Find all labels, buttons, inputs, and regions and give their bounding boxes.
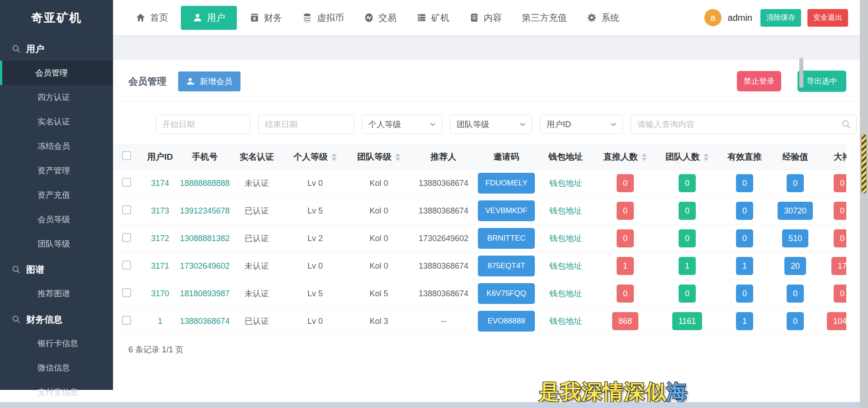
- sidebar-item[interactable]: 资产充值: [0, 183, 113, 207]
- referrer: 13880368674: [411, 280, 476, 308]
- referrer: 13880368674: [411, 170, 476, 197]
- phone-link[interactable]: 17302649602: [180, 261, 230, 270]
- phone-link[interactable]: 13880368674: [180, 317, 230, 326]
- add-member-button[interactable]: 新增会员: [178, 71, 241, 91]
- exp-cell: 20: [784, 257, 806, 275]
- end-date-input[interactable]: [258, 115, 354, 134]
- wallet-link[interactable]: 钱包地址: [549, 317, 582, 326]
- invite-code-button[interactable]: 875EQT4T: [478, 256, 535, 276]
- row-checkbox[interactable]: [122, 288, 131, 297]
- sidebar-item[interactable]: 会员等级: [0, 207, 113, 232]
- bottom-edge-bar: [0, 402, 868, 408]
- panel-scrollbar-thumb[interactable]: [799, 58, 803, 88]
- sidebar-item[interactable]: 实名认证: [0, 109, 113, 134]
- row-checkbox[interactable]: [122, 178, 131, 187]
- exp-cell: 0: [787, 312, 804, 330]
- search-icon[interactable]: [841, 119, 851, 129]
- invite-code-button[interactable]: VEVBMKDF: [478, 200, 535, 221]
- select-all-checkbox[interactable]: [122, 151, 131, 160]
- sidebar-item[interactable]: 支付宝信息: [0, 380, 113, 404]
- invite-code-button[interactable]: EVO88888: [478, 311, 535, 332]
- home-icon: [136, 13, 146, 23]
- sidebar-item[interactable]: 团队等级: [0, 232, 113, 256]
- sidebar-item[interactable]: 资产管理: [0, 158, 113, 183]
- window-scrollbar[interactable]: [860, 0, 868, 408]
- start-date-input[interactable]: [156, 115, 250, 134]
- sidebar-item[interactable]: 四方认证: [0, 85, 113, 109]
- nav-item[interactable]: 用户: [181, 6, 237, 30]
- nav-item[interactable]: 矿机: [409, 6, 457, 29]
- user-id-select[interactable]: 用户ID: [540, 115, 623, 134]
- row-checkbox[interactable]: [122, 233, 131, 242]
- wallet-link[interactable]: 钱包地址: [549, 234, 582, 243]
- nav-item[interactable]: 系统: [580, 6, 627, 29]
- invite-code-button[interactable]: FDUOMELY: [478, 173, 535, 194]
- valid-direct-cell: 1: [736, 257, 753, 275]
- wallet-link[interactable]: 钱包地址: [549, 261, 582, 270]
- wallet-link[interactable]: 钱包地址: [549, 206, 582, 215]
- phone-link[interactable]: 18180893987: [180, 289, 230, 298]
- sidebar-item[interactable]: 微信信息: [0, 356, 113, 380]
- team-level: Kol 0: [346, 252, 411, 280]
- wallet-link[interactable]: 钱包地址: [549, 289, 582, 298]
- sidebar-item[interactable]: 银行卡信息: [0, 331, 113, 356]
- team-level: Kol 0: [346, 225, 411, 252]
- sort-carets-icon[interactable]: [703, 153, 709, 161]
- user-id-value: 用户ID: [547, 119, 571, 130]
- phone-link[interactable]: 13088881382: [180, 234, 230, 243]
- logout-button[interactable]: 安全退出: [807, 9, 848, 27]
- row-checkbox[interactable]: [122, 261, 131, 270]
- search-input[interactable]: [631, 115, 857, 134]
- avatar[interactable]: a: [704, 9, 722, 26]
- nav-item[interactable]: 首页: [128, 6, 175, 29]
- column-header[interactable]: 直推人数: [594, 144, 656, 170]
- user-id-link[interactable]: 3173: [151, 206, 169, 215]
- sidebar-item[interactable]: 会员管理: [0, 61, 113, 85]
- user-id-link[interactable]: 3174: [151, 179, 169, 188]
- export-selected-button[interactable]: 导出选中: [797, 71, 846, 92]
- column-header[interactable]: 团队人数: [656, 144, 718, 170]
- sidebar-item[interactable]: 冻结会员: [0, 134, 113, 158]
- nav-item-label: 系统: [601, 12, 619, 24]
- nav-item[interactable]: 内容: [462, 6, 509, 29]
- sidebar-section: 财务信息银行卡信息微信信息支付宝信息: [0, 308, 113, 404]
- chevron-down-icon: [519, 121, 526, 128]
- sidebar-item[interactable]: 推荐图谱: [0, 281, 113, 306]
- search-icon: [12, 265, 21, 274]
- user-id-link[interactable]: 3170: [151, 289, 169, 298]
- nav-item[interactable]: 交易: [357, 6, 404, 29]
- window-scrollbar-thumb[interactable]: [861, 134, 867, 194]
- user-id-link[interactable]: 3171: [151, 261, 169, 270]
- phone-link[interactable]: 18888888888: [180, 179, 230, 188]
- search-icon: [12, 315, 21, 324]
- personal-level: Lv 2: [284, 225, 346, 252]
- phone-link[interactable]: 13912345678: [180, 206, 230, 215]
- nav-item[interactable]: ¥财务: [242, 6, 289, 29]
- invite-code-button[interactable]: BRNITTEC: [478, 228, 535, 249]
- column-header[interactable]: 个人等级: [284, 144, 346, 170]
- sort-carets-icon[interactable]: [395, 153, 401, 161]
- ban-login-button[interactable]: 禁止登录: [737, 71, 781, 91]
- user-id-link[interactable]: 3172: [151, 234, 169, 243]
- sort-carets-icon[interactable]: [642, 153, 647, 161]
- row-checkbox[interactable]: [122, 205, 131, 214]
- nav-item[interactable]: 虚拟币: [295, 6, 351, 29]
- personal-level-select[interactable]: 个人等级: [362, 115, 442, 134]
- user-icon: [193, 13, 203, 23]
- team-level-select[interactable]: 团队等级: [450, 115, 532, 134]
- clear-cache-button[interactable]: 清除缓存: [760, 9, 801, 27]
- sort-carets-icon[interactable]: [331, 153, 337, 161]
- user-id-link[interactable]: 1: [158, 317, 162, 326]
- wallet-link[interactable]: 钱包地址: [549, 179, 582, 188]
- nav-item[interactable]: 第三方充值: [514, 6, 574, 29]
- column-header: 有效直推: [718, 144, 771, 170]
- column-header: 邀请码: [476, 144, 537, 170]
- page-title: 会员管理: [128, 75, 166, 88]
- column-header-label: 团队等级: [357, 152, 392, 161]
- column-header[interactable]: 团队等级: [346, 144, 411, 170]
- row-checkbox[interactable]: [122, 316, 131, 325]
- valid-direct-cell: 0: [736, 285, 753, 303]
- sidebar-section-label: 图谱: [26, 264, 44, 276]
- invite-code-button[interactable]: K6V75FQQ: [478, 283, 535, 304]
- nav-item-label: 首页: [150, 12, 168, 24]
